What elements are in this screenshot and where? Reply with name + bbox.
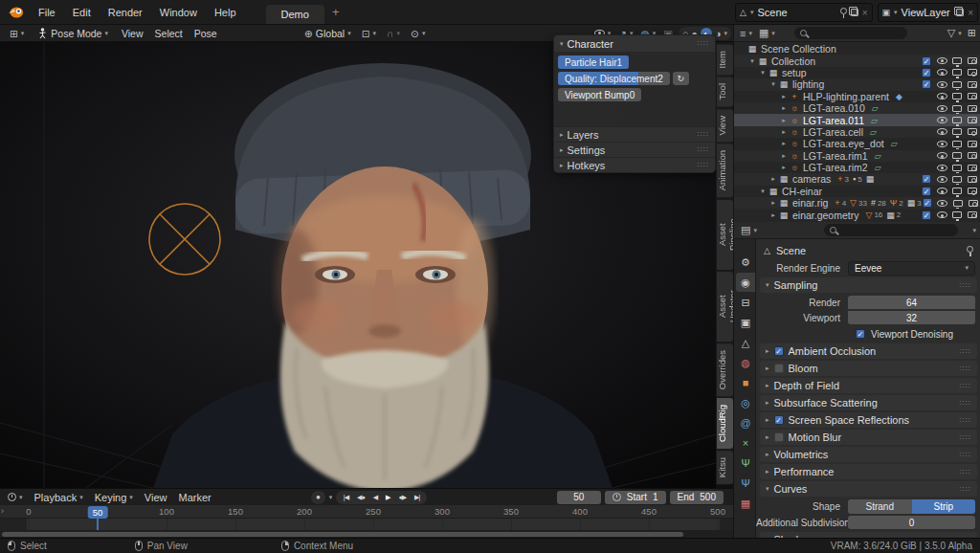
jump-to-start-button[interactable]: |◀ [341, 494, 350, 501]
screen-toggle-icon[interactable] [951, 57, 963, 64]
section-performance[interactable]: ▸Performance∷∷ [760, 464, 977, 479]
outliner-row-lgt-area-010[interactable]: ▸☼LGT-area.010▱ [734, 102, 980, 114]
timeline-menu-view[interactable]: View [139, 492, 173, 503]
properties-tab-render[interactable]: ◉ [736, 273, 755, 292]
properties-tab-modifiers[interactable]: × [736, 433, 755, 453]
shading-options-dropdown[interactable]: ▾ [724, 30, 727, 37]
section-ambient-occlusion[interactable]: ▸✓Ambient Occlusion∷∷ [760, 343, 977, 359]
scene-selector[interactable]: △▾ Scene × [735, 3, 873, 22]
jump-to-end-button[interactable]: ▶| [412, 494, 422, 501]
eye-toggle-icon[interactable] [936, 105, 947, 112]
properties-tab-view-layer[interactable]: ▣ [736, 313, 755, 332]
expand-arrow-icon[interactable]: ▸ [779, 128, 789, 136]
properties-tab-texture[interactable]: ▦ [736, 494, 755, 513]
checkbox-unchecked-icon[interactable] [774, 432, 784, 442]
timeline-menu-playback[interactable]: Playback▾ [29, 492, 89, 503]
shading-rendered-icon[interactable]: ◑ [715, 28, 721, 39]
expand-arrow-icon[interactable]: ▸ [768, 211, 778, 219]
eye-toggle-icon[interactable] [936, 69, 947, 76]
checkbox-checked-icon[interactable]: ✓ [774, 415, 784, 425]
checkbox-checked-icon[interactable]: ✓ [921, 68, 932, 77]
camera-toggle-icon[interactable] [967, 188, 978, 194]
outliner-row-hlp-lighting-parent[interactable]: ▸+HLP-lighting.parent◆ [734, 91, 980, 102]
eye-toggle-icon[interactable] [936, 152, 947, 159]
properties-options-dropdown[interactable]: ▾ [972, 227, 976, 234]
panel-section-settings[interactable]: ▸Settings∷∷ [554, 142, 715, 157]
expand-arrow-icon[interactable]: ▸ [779, 104, 789, 112]
drag-handle-icon[interactable]: ∷∷ [960, 382, 971, 390]
outliner-row-lgt-area-011[interactable]: ▸☼LGT-area.011▱ [734, 114, 980, 125]
checkbox-unchecked-icon[interactable] [774, 364, 784, 373]
drag-handle-icon[interactable]: ∷∷ [960, 433, 971, 442]
render-engine-dropdown[interactable]: Eevee▾ [848, 261, 975, 276]
camera-toggle-icon[interactable] [967, 105, 978, 112]
expand-arrow-icon[interactable]: ▾ [768, 80, 778, 88]
viewport-3d[interactable]: ⊞▾ Pose Mode▾ ViewSelectPose ⊕Global▾ ⊡▾… [0, 25, 733, 488]
camera-toggle-icon[interactable] [967, 57, 978, 64]
screen-toggle-icon[interactable] [951, 81, 963, 88]
start-frame-field[interactable]: Start1 [605, 491, 666, 504]
checkbox[interactable]: ✓ [922, 174, 931, 184]
menu-file[interactable]: File [30, 0, 64, 25]
properties-tab-physics[interactable]: @ [736, 413, 755, 432]
eye-toggle-icon[interactable] [936, 57, 947, 64]
copy-scene-icon[interactable] [851, 9, 858, 16]
menu-edit[interactable]: Edit [64, 0, 100, 25]
pivot-point-dropdown[interactable]: ⊡▾ [360, 28, 378, 39]
keying-dropdown-icon[interactable]: ▾ [329, 494, 333, 501]
section-depth-of-field[interactable]: ▸Depth of Field∷∷ [760, 378, 977, 393]
screen-toggle-icon[interactable] [951, 188, 963, 194]
timeline-menu-marker[interactable]: Marker [172, 492, 216, 503]
sidebar-tab-view[interactable]: View [717, 109, 733, 142]
checkbox-checked-icon[interactable]: ✓ [921, 187, 932, 196]
eye-toggle-icon[interactable] [936, 81, 947, 88]
next-keyframe-button[interactable]: ●▶ [396, 494, 409, 501]
outliner-row-ch-einar[interactable]: ▾▦CH-einar✓ [734, 186, 980, 197]
drag-handle-icon[interactable]: ∷∷ [960, 399, 971, 408]
drag-handle-icon[interactable]: ∷∷ [698, 130, 709, 139]
checkbox[interactable]: ✓ [922, 68, 931, 77]
auto-keying-button[interactable]: ● [311, 491, 325, 504]
sampling-render-field[interactable]: 64 [848, 296, 975, 309]
drag-handle-icon[interactable]: ∷∷ [960, 468, 971, 476]
outliner-row-lgt-area-rim1[interactable]: ▸☼LGT-area.rim1▱ [734, 150, 980, 162]
editor-type-button[interactable]: ▤▾ [739, 224, 759, 236]
properties-tab-scene[interactable]: △ [736, 333, 755, 352]
transform-orientation-dropdown[interactable]: ⊕Global▾ [302, 28, 353, 39]
checkbox-checked-icon[interactable]: ✓ [922, 198, 933, 208]
refresh-icon[interactable]: ↻ [673, 72, 689, 85]
timeline-track[interactable] [0, 519, 733, 530]
screen-toggle-icon[interactable] [951, 152, 963, 159]
camera-toggle-icon[interactable] [967, 211, 978, 218]
filter-dropdown[interactable]: ▽▾ [947, 27, 963, 39]
drag-handle-icon[interactable]: ∷∷ [960, 485, 971, 494]
checkbox[interactable]: ✓ [922, 56, 931, 66]
outliner-search-input[interactable] [794, 27, 907, 39]
outliner-row-lgt-area-rim2[interactable]: ▸☼LGT-area.rim2▱ [734, 162, 980, 173]
timeline-editor[interactable]: ▾ Playback▾Keying▾ViewMarker ● ▾ |◀ ◀● ◀… [0, 488, 733, 538]
expand-arrow-icon[interactable]: ▸ [779, 117, 789, 124]
play-button[interactable]: ▶ [384, 494, 392, 501]
curves-panel-header[interactable]: ▾ Curves ∷∷ [760, 481, 977, 497]
add-workspace-button[interactable]: + [332, 5, 340, 19]
eye-toggle-icon[interactable] [936, 141, 947, 147]
screen-toggle-icon[interactable] [951, 141, 963, 147]
timeline-scrollbar[interactable] [0, 530, 733, 538]
checkbox-checked-icon[interactable]: ✓ [856, 329, 865, 339]
checkbox-checked-icon[interactable]: ✓ [921, 210, 932, 220]
outliner-row-scene-collection[interactable]: ▦Scene Collection [734, 43, 980, 55]
camera-toggle-icon[interactable] [968, 200, 979, 207]
camera-toggle-icon[interactable] [967, 117, 978, 123]
expand-arrow-icon[interactable]: ▸ [779, 93, 789, 100]
timeline-menu-keying[interactable]: Keying▾ [89, 492, 139, 503]
outliner-row-lighting[interactable]: ▾▦lighting✓ [734, 78, 980, 90]
camera-toggle-icon[interactable] [967, 93, 978, 100]
section-bloom[interactable]: ▸Bloom∷∷ [760, 361, 977, 376]
timeline-ruler[interactable]: 050100150200250300350400450500 [0, 505, 733, 519]
checkbox-checked-icon[interactable]: ✓ [774, 346, 784, 356]
editor-type-button[interactable]: ▾ [4, 493, 27, 501]
checkbox[interactable]: ✓ [922, 79, 931, 89]
outliner-row-einar-rig[interactable]: ▸▦einar.rig+4▽33#28Ψ2▦3✓ [734, 197, 980, 209]
expand-arrow-icon[interactable]: ▾ [758, 69, 768, 77]
viewport-menu-pose[interactable]: Pose [189, 28, 223, 39]
